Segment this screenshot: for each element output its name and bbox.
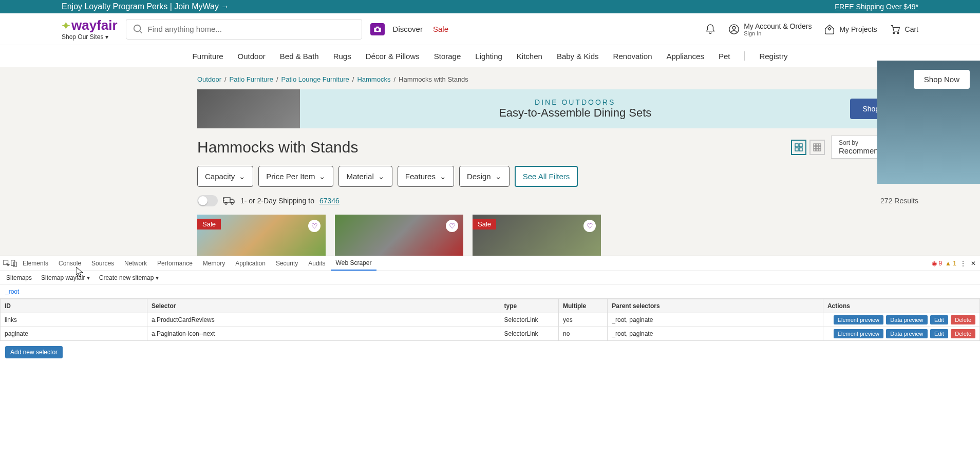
- data-preview-button[interactable]: Data preview: [886, 329, 927, 338]
- nav-decor[interactable]: Décor & Pillows: [366, 52, 420, 61]
- svg-rect-18: [819, 146, 821, 148]
- tab-audits[interactable]: Audits: [303, 257, 330, 270]
- wayfair-logo[interactable]: ✦wayfair: [62, 17, 118, 33]
- table-row[interactable]: paginate a.Pagination-icon--next Selecto…: [1, 327, 980, 341]
- devtools-right: ◉ 9 ▲ 1 ⋮ ✕: [932, 260, 977, 267]
- favorite-icon[interactable]: ♡: [446, 220, 458, 232]
- product-image: [335, 215, 463, 256]
- product-card[interactable]: ♡: [335, 215, 463, 256]
- element-preview-button[interactable]: Element preview: [834, 315, 883, 324]
- svg-point-23: [225, 202, 227, 204]
- tab-application[interactable]: Application: [230, 257, 271, 270]
- nav-registry[interactable]: Registry: [759, 52, 787, 61]
- tab-elements[interactable]: Elements: [17, 257, 53, 270]
- inspect-icon[interactable]: [3, 260, 10, 267]
- sale-link[interactable]: Sale: [433, 25, 448, 33]
- ws-sitemaps[interactable]: Sitemaps: [6, 274, 32, 281]
- nav-outdoor[interactable]: Outdoor: [238, 52, 266, 61]
- fast-shipping-toggle[interactable]: [197, 195, 218, 206]
- warning-badge[interactable]: ▲ 1: [945, 260, 956, 267]
- svg-rect-14: [816, 144, 818, 146]
- tab-webscraper[interactable]: Web Scraper: [331, 256, 377, 271]
- cart-block[interactable]: Cart: [890, 24, 918, 35]
- tab-memory[interactable]: Memory: [198, 257, 230, 270]
- grid-large-icon[interactable]: [791, 140, 806, 155]
- edit-button[interactable]: Edit: [930, 315, 948, 324]
- grid-small-icon[interactable]: [809, 140, 825, 155]
- chevron-down-icon: ⌄: [239, 172, 246, 181]
- see-all-filters[interactable]: See All Filters: [515, 166, 578, 187]
- ws-breadpath[interactable]: _root: [0, 285, 980, 299]
- shop-our-sites[interactable]: Shop Our Sites ▾: [62, 33, 118, 41]
- ws-create-new[interactable]: Create new sitemap ▾: [99, 274, 159, 281]
- camera-icon[interactable]: [370, 23, 385, 35]
- element-preview-button[interactable]: Element preview: [834, 329, 883, 338]
- edit-button[interactable]: Edit: [930, 329, 948, 338]
- tab-sources[interactable]: Sources: [86, 257, 119, 270]
- table-row[interactable]: links a.ProductCardReviews SelectorLink …: [1, 313, 980, 327]
- side-shop-now-button[interactable]: Shop Now: [914, 70, 970, 89]
- filter-capacity[interactable]: Capacity⌄: [197, 166, 253, 187]
- tab-performance[interactable]: Performance: [152, 257, 198, 270]
- product-card[interactable]: Sale ♡: [473, 215, 601, 256]
- promo-left[interactable]: Enjoy Loyalty Program Perks | Join MyWay…: [62, 2, 229, 11]
- promo-right[interactable]: FREE Shipping Over $49*: [835, 3, 918, 11]
- filter-design[interactable]: Design⌄: [459, 166, 510, 187]
- nav-renovation[interactable]: Renovation: [613, 52, 652, 61]
- filter-price[interactable]: Price Per Item⌄: [258, 166, 333, 187]
- device-icon[interactable]: [10, 260, 17, 267]
- nav-bedbath[interactable]: Bed & Bath: [280, 52, 319, 61]
- bc-hammocks[interactable]: Hammocks: [357, 75, 390, 83]
- filter-features[interactable]: Features⌄: [398, 166, 454, 187]
- nav-kitchen[interactable]: Kitchen: [517, 52, 542, 61]
- data-preview-button[interactable]: Data preview: [886, 315, 927, 324]
- promo-banner[interactable]: DINE OUTDOORS Easy-to-Assemble Dining Se…: [197, 89, 918, 128]
- delete-button[interactable]: Delete: [951, 315, 975, 324]
- error-badge[interactable]: ◉ 9: [932, 260, 942, 267]
- favorite-icon[interactable]: ♡: [308, 220, 321, 232]
- cell-type: SelectorLink: [500, 313, 558, 327]
- nav-baby[interactable]: Baby & Kids: [557, 52, 599, 61]
- site-header: ✦wayfair Shop Our Sites ▾ Discover Sale …: [0, 13, 980, 45]
- cell-selector: a.ProductCardReviews: [147, 313, 500, 327]
- delete-button[interactable]: Delete: [951, 329, 975, 338]
- nav-furniture[interactable]: Furniture: [193, 52, 223, 61]
- filter-material[interactable]: Material⌄: [338, 166, 392, 187]
- discover-link[interactable]: Discover: [393, 25, 423, 33]
- search-input[interactable]: [148, 25, 355, 33]
- svg-rect-13: [814, 144, 816, 146]
- tab-network[interactable]: Network: [119, 257, 152, 270]
- tab-security[interactable]: Security: [271, 257, 303, 270]
- add-new-selector-button[interactable]: Add new selector: [5, 346, 63, 358]
- account-block[interactable]: My Account & Orders Sign In: [728, 22, 812, 36]
- chevron-down-icon: ⌄: [440, 172, 446, 181]
- nav-appliances[interactable]: Appliances: [667, 52, 704, 61]
- close-icon[interactable]: ✕: [970, 260, 977, 267]
- bc-patio-furniture[interactable]: Patio Furniture: [230, 75, 273, 83]
- devtools: Elements Console Sources Network Perform…: [0, 256, 980, 364]
- side-promo[interactable]: Shop Now: [877, 61, 980, 184]
- nav-rugs[interactable]: Rugs: [333, 52, 351, 61]
- ws-current-sitemap[interactable]: Sitemap wayfair ▾: [41, 274, 90, 281]
- kebab-icon[interactable]: ⋮: [959, 260, 967, 267]
- product-card[interactable]: Sale ♡: [197, 215, 326, 256]
- svg-rect-20: [816, 149, 818, 151]
- chevron-down-icon: ⌄: [319, 172, 326, 181]
- bell-icon[interactable]: [705, 24, 716, 35]
- nav-lighting[interactable]: Lighting: [475, 52, 502, 61]
- bc-patio-lounge[interactable]: Patio Lounge Furniture: [281, 75, 349, 83]
- th-id: ID: [1, 299, 147, 313]
- tab-console[interactable]: Console: [53, 257, 86, 270]
- cell-type: SelectorLink: [500, 327, 558, 341]
- cell-actions: Element preview Data preview Edit Delete: [823, 313, 979, 327]
- nav-pet[interactable]: Pet: [719, 52, 730, 61]
- webscraper-bar: Sitemaps Sitemap wayfair ▾ Create new si…: [0, 271, 980, 285]
- favorite-icon[interactable]: ♡: [583, 220, 596, 232]
- main-nav: Furniture Outdoor Bed & Bath Rugs Décor …: [0, 45, 980, 67]
- th-selector: Selector: [147, 299, 500, 313]
- projects-block[interactable]: My Projects: [824, 24, 877, 35]
- search-bar[interactable]: [126, 19, 362, 40]
- bc-outdoor[interactable]: Outdoor: [197, 75, 221, 83]
- shipping-zip[interactable]: 67346: [319, 197, 340, 205]
- nav-storage[interactable]: Storage: [434, 52, 461, 61]
